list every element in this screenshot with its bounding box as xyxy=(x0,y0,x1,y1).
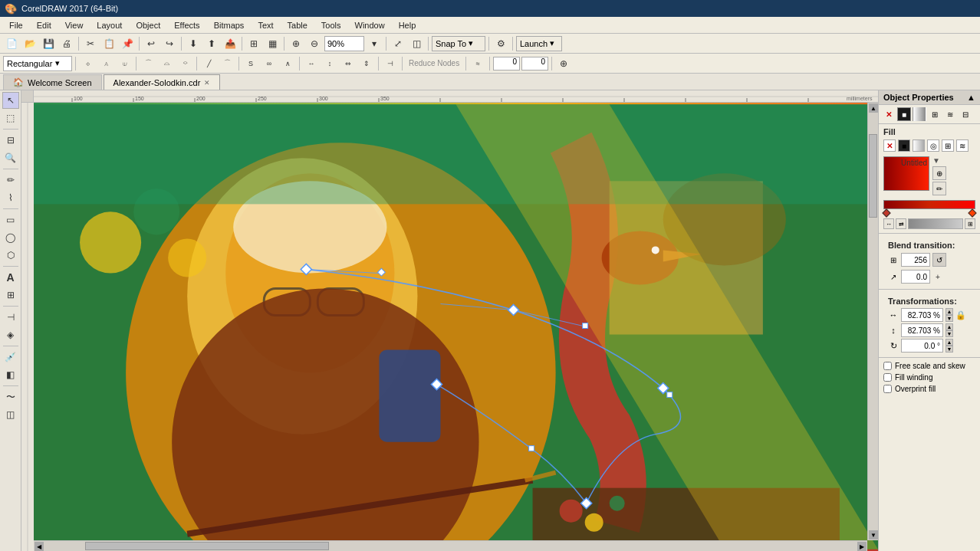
align-node-button[interactable]: ⊣ xyxy=(382,55,399,72)
fill-texture-btn[interactable]: ≋ xyxy=(956,139,968,152)
scroll-left-button[interactable]: ◀ xyxy=(35,542,44,551)
scroll-thumb[interactable] xyxy=(869,134,877,218)
view-layout-button[interactable]: ▦ xyxy=(264,35,281,52)
zoom-dropdown-button[interactable]: ▾ xyxy=(366,35,383,52)
color-expand-btn[interactable]: ▼ xyxy=(932,156,946,165)
convert-to-curve-button[interactable]: ⌒ xyxy=(140,55,156,72)
gradient-options-btn[interactable]: ⊞ xyxy=(965,218,975,229)
mirror-h-button[interactable]: ⇔ xyxy=(340,55,357,72)
paste-button[interactable]: 📌 xyxy=(119,35,136,52)
fill-tool[interactable]: ◧ xyxy=(2,366,19,383)
hscroll-thumb[interactable] xyxy=(85,542,329,550)
save-button[interactable]: 💾 xyxy=(40,35,57,52)
rotation-spin-down[interactable]: ▼ xyxy=(945,346,953,353)
to-curve-button[interactable]: ⌒ xyxy=(219,55,235,72)
gradient-stop-right[interactable] xyxy=(968,208,976,217)
fill-pattern-icon[interactable]: ⊞ xyxy=(928,107,942,121)
open-button[interactable]: 📂 xyxy=(21,35,38,52)
tab-close-button[interactable]: ✕ xyxy=(204,79,210,87)
fill-linear-icon[interactable] xyxy=(913,107,926,121)
symmetrical-button[interactable]: ∞ xyxy=(261,55,278,72)
blend-steps-input[interactable] xyxy=(901,253,930,267)
export-button[interactable]: ⬆ xyxy=(203,35,220,52)
ellipse-tool[interactable]: ◯ xyxy=(2,229,19,246)
panel-collapse-icon[interactable]: ▲ xyxy=(967,93,975,102)
menu-object[interactable]: Object xyxy=(130,18,166,33)
table-tool[interactable]: ⊞ xyxy=(2,287,19,303)
select-all-button[interactable]: ⟐ xyxy=(79,55,96,72)
options-button[interactable]: ⚙ xyxy=(492,35,509,52)
zoom-level[interactable]: 90% xyxy=(324,36,364,51)
freehand-tool[interactable]: ✏ xyxy=(2,172,19,189)
invert-select-button[interactable]: ⟒ xyxy=(116,55,133,72)
fill-none-icon[interactable]: ✕ xyxy=(882,107,896,121)
rectangle-tool[interactable]: ▭ xyxy=(2,212,19,228)
undo-button[interactable]: ↩ xyxy=(143,35,159,52)
menu-view[interactable]: View xyxy=(59,18,90,33)
hscroll-track[interactable] xyxy=(44,541,857,551)
publish-button[interactable]: 📤 xyxy=(222,35,238,52)
copy-button[interactable]: 📋 xyxy=(100,35,117,52)
smooth-button[interactable]: S xyxy=(242,55,259,72)
zoom-tool[interactable]: 🔍 xyxy=(2,149,19,166)
lock-icon[interactable]: 🔒 xyxy=(955,310,966,320)
deselect-button[interactable]: ⟑ xyxy=(97,55,114,72)
scroll-up-button[interactable]: ▲ xyxy=(869,103,878,113)
fill-pattern-btn[interactable]: ⊞ xyxy=(942,139,954,152)
overprint-fill-checkbox[interactable] xyxy=(883,385,892,393)
node-y-input[interactable]: 0 xyxy=(521,57,548,71)
gradient-rev-btn[interactable]: ↔ xyxy=(883,218,894,229)
text-tool[interactable]: A xyxy=(2,269,19,286)
transparency-tool[interactable]: ◫ xyxy=(2,406,19,423)
eyedropper-tool[interactable]: 💉 xyxy=(2,349,19,366)
crop-tool[interactable]: ⊟ xyxy=(2,132,19,149)
blend-tool[interactable]: 〜 xyxy=(2,389,19,405)
mirror-v-button[interactable]: ⇕ xyxy=(358,55,375,72)
scroll-down-button[interactable]: ▼ xyxy=(869,530,878,540)
stretch-v-button[interactable]: ↕ xyxy=(321,55,338,72)
node-tool[interactable]: ⬚ xyxy=(2,110,19,126)
zoom-in-button[interactable]: ⊕ xyxy=(288,35,304,52)
menu-tools[interactable]: Tools xyxy=(315,18,347,33)
fill-solid-btn[interactable]: ■ xyxy=(898,139,910,152)
tab-welcome[interactable]: 🏠 Welcome Screen xyxy=(3,74,102,90)
view-toggle-button[interactable]: ◫ xyxy=(408,35,425,52)
gradient-stop-left[interactable] xyxy=(882,208,890,217)
join-node-button[interactable]: ⌔ xyxy=(176,55,193,72)
width-pct-input[interactable] xyxy=(901,308,943,322)
vertical-scrollbar[interactable]: ▲ ▼ xyxy=(867,103,878,540)
horizontal-scrollbar[interactable]: ◀ ▶ xyxy=(34,540,867,551)
selection-type-dropdown[interactable]: Rectangular ▾ xyxy=(3,56,72,71)
canvas-content[interactable]: ▲ ▼ ◀ ▶ xyxy=(34,103,878,551)
launch-dropdown[interactable]: Launch ▾ xyxy=(516,36,562,51)
menu-layout[interactable]: Layout xyxy=(90,18,128,33)
menu-bitmaps[interactable]: Bitmaps xyxy=(208,18,251,33)
rotation-spin-up[interactable]: ▲ xyxy=(945,339,953,346)
fill-winding-checkbox[interactable] xyxy=(883,373,892,382)
full-screen-button[interactable]: ⤢ xyxy=(390,35,406,52)
to-line-button[interactable]: ╱ xyxy=(200,55,217,72)
elastic-mode-button[interactable]: ≈ xyxy=(469,55,486,72)
canvas-area[interactable]: 100 150 200 250 300 350 xyxy=(21,90,878,551)
blend-plus-btn[interactable]: + xyxy=(932,271,943,282)
menu-edit[interactable]: Edit xyxy=(31,18,58,33)
menu-text[interactable]: Text xyxy=(252,18,279,33)
color-preview-swatch[interactable]: Untitled xyxy=(883,156,929,191)
menu-window[interactable]: Window xyxy=(349,18,391,33)
fill-radial-btn[interactable]: ◎ xyxy=(927,139,939,152)
gradient-bar[interactable] xyxy=(883,200,975,209)
break-node-button[interactable]: ⌓ xyxy=(158,55,175,72)
menu-help[interactable]: Help xyxy=(393,18,423,33)
stretch-h-button[interactable]: ↔ xyxy=(303,55,320,72)
select-tool[interactable]: ↖ xyxy=(2,92,19,109)
smart-draw-tool[interactable]: ⌇ xyxy=(2,189,19,206)
menu-file[interactable]: File xyxy=(3,18,29,33)
fill-solid-icon[interactable]: ■ xyxy=(897,107,911,121)
cusp-button[interactable]: ∧ xyxy=(279,55,296,72)
dimension-tool[interactable]: ⊣ xyxy=(2,309,19,326)
fill-linear-btn[interactable] xyxy=(913,139,925,152)
free-scale-checkbox[interactable] xyxy=(883,362,892,370)
height-spin-down[interactable]: ▼ xyxy=(945,330,953,337)
node-add-button[interactable]: ⊕ xyxy=(555,55,572,72)
width-spin-up[interactable]: ▲ xyxy=(945,308,953,315)
